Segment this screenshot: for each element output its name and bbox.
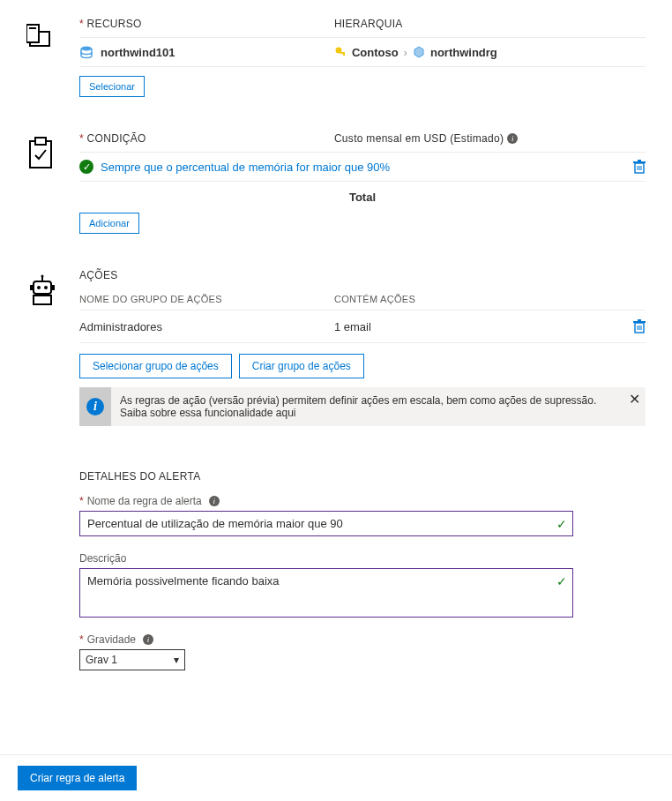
svg-rect-10 bbox=[633, 161, 646, 163]
description-input[interactable]: Memória possivelmente ficando baixa ✓ bbox=[79, 568, 573, 618]
severity-label: Gravidade bbox=[87, 633, 136, 646]
rule-name-label: Nome da regra de alerta bbox=[87, 495, 202, 507]
info-icon[interactable]: i bbox=[143, 634, 153, 645]
actions-col-contains: CONTÉM AÇÕES bbox=[334, 294, 646, 304]
condition-item[interactable]: Sempre que o percentual de memória for m… bbox=[101, 161, 633, 174]
condition-label: CONDIÇÃO bbox=[79, 132, 334, 145]
chevron-down-icon: ▾ bbox=[174, 654, 179, 666]
action-group-name: Administradores bbox=[79, 320, 334, 333]
action-group-contains: 1 email bbox=[334, 320, 633, 333]
svg-rect-22 bbox=[34, 296, 51, 304]
database-icon bbox=[79, 45, 93, 59]
condition-section-icon bbox=[26, 132, 79, 234]
svg-rect-17 bbox=[34, 281, 51, 294]
total-label: Total bbox=[79, 182, 646, 213]
check-circle-icon: ✓ bbox=[79, 160, 93, 174]
hierarchy-group: northwindrg bbox=[430, 46, 497, 59]
cost-label: Custo mensal em USD (Estimado) bbox=[334, 132, 504, 145]
svg-rect-8 bbox=[35, 138, 46, 145]
close-banner-button[interactable]: ✕ bbox=[629, 391, 640, 408]
details-heading: DETALHES DO ALERTA bbox=[79, 470, 646, 483]
severity-select[interactable]: Grav 1 ▾ bbox=[79, 649, 185, 670]
svg-rect-21 bbox=[51, 285, 55, 290]
svg-rect-2 bbox=[29, 27, 36, 29]
rule-name-input[interactable]: Percentual de utilização de memória maio… bbox=[79, 511, 573, 536]
rule-name-value: Percentual de utilização de memória maio… bbox=[87, 517, 343, 530]
info-banner: i As regras de ação (versão prévia) perm… bbox=[79, 387, 646, 426]
info-banner-text: As regras de ação (versão prévia) permit… bbox=[111, 387, 646, 426]
delete-action-group-button[interactable] bbox=[633, 319, 646, 333]
select-action-group-button[interactable]: Selecionar grupo de ações bbox=[79, 354, 232, 378]
info-icon[interactable]: i bbox=[209, 496, 220, 506]
svg-rect-24 bbox=[633, 321, 646, 323]
chevron-right-icon: › bbox=[404, 46, 407, 59]
actions-label: AÇÕES bbox=[79, 269, 646, 281]
breadcrumb: Contoso › northwindrg bbox=[334, 46, 646, 59]
hierarchy-label: HIERARQUIA bbox=[334, 18, 646, 30]
svg-point-19 bbox=[44, 286, 48, 289]
svg-point-3 bbox=[81, 47, 92, 51]
resource-label: RECURSO bbox=[79, 18, 334, 30]
actions-section-icon bbox=[26, 269, 79, 426]
cube-icon bbox=[413, 46, 425, 58]
key-icon bbox=[334, 46, 347, 58]
valid-check-icon: ✓ bbox=[556, 517, 567, 531]
actions-col-group: NOME DO GRUPO DE AÇÕES bbox=[79, 294, 334, 304]
severity-value: Grav 1 bbox=[86, 654, 117, 666]
info-icon[interactable]: i bbox=[507, 133, 518, 144]
create-alert-rule-button[interactable]: Criar regra de alerta bbox=[18, 766, 137, 790]
delete-condition-button[interactable] bbox=[633, 160, 646, 174]
resource-section-icon bbox=[26, 18, 79, 97]
description-value: Memória possivelmente ficando baixa bbox=[87, 574, 280, 588]
resource-name: northwind101 bbox=[101, 46, 175, 59]
valid-check-icon: ✓ bbox=[556, 574, 567, 588]
hierarchy-org: Contoso bbox=[352, 46, 399, 59]
select-resource-button[interactable]: Selecionar bbox=[79, 76, 145, 97]
info-banner-icon: i bbox=[86, 398, 104, 415]
svg-rect-25 bbox=[638, 319, 641, 321]
add-condition-button[interactable]: Adicionar bbox=[79, 213, 139, 234]
create-action-group-button[interactable]: Criar grupo de ações bbox=[239, 354, 364, 378]
svg-rect-6 bbox=[343, 54, 345, 56]
description-label: Descrição bbox=[79, 552, 126, 565]
svg-rect-5 bbox=[340, 52, 345, 54]
svg-point-18 bbox=[37, 286, 41, 289]
svg-rect-11 bbox=[638, 160, 641, 161]
svg-rect-20 bbox=[30, 285, 34, 290]
